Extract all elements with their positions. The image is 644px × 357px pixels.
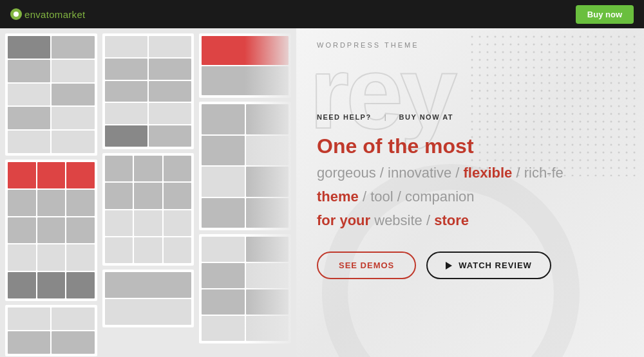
- main-content: rey WORDPRESS THEME NEED HELP? | BUY NOW…: [0, 28, 644, 357]
- play-icon: [446, 262, 452, 270]
- subline1-rest: / rich-fe: [516, 165, 563, 181]
- preview-card: [102, 153, 194, 266]
- logo[interactable]: envatomarket: [10, 8, 86, 20]
- see-demos-button[interactable]: SEE DEMOS: [317, 252, 416, 279]
- subline1-text: gorgeous / innovative /: [317, 165, 459, 181]
- envato-icon: [10, 8, 22, 20]
- preview-col-2: [102, 33, 194, 352]
- preview-card: [199, 234, 291, 343]
- subline3-red: for your: [317, 212, 370, 228]
- headline-main: One of the most: [317, 134, 629, 158]
- watch-review-button[interactable]: WATCH REVIEW: [426, 252, 551, 279]
- need-help-link[interactable]: NEED HELP?: [317, 113, 372, 121]
- preview-card: [5, 305, 97, 356]
- preview-card: [5, 33, 97, 156]
- buy-now-button[interactable]: Buy now: [576, 5, 634, 24]
- logo-envato: envato: [24, 9, 55, 20]
- subline3-highlight: store: [434, 212, 469, 228]
- headline-sub-3: for your website / store: [317, 210, 629, 231]
- content-area: WORDPRESS THEME NEED HELP? | BUY NOW AT …: [317, 41, 629, 279]
- watch-review-label: WATCH REVIEW: [459, 261, 532, 270]
- preview-card: [102, 270, 194, 327]
- buy-now-at-link[interactable]: BUY NOW AT: [399, 113, 453, 121]
- preview-col-3: [199, 33, 291, 352]
- headline-sub-2: theme / tool / companion: [317, 186, 629, 207]
- preview-card: [199, 102, 291, 230]
- top-nav-links: NEED HELP? | BUY NOW AT: [317, 113, 629, 121]
- subline3-rest: website /: [374, 212, 430, 228]
- preview-col-1: [5, 33, 97, 352]
- subline2-red: theme: [317, 188, 359, 205]
- subline2-rest: / tool / companion: [363, 188, 475, 205]
- preview-card: [102, 33, 194, 149]
- subline1-highlight: flexible: [464, 165, 513, 181]
- preview-area: [0, 28, 296, 357]
- right-panel: rey WORDPRESS THEME NEED HELP? | BUY NOW…: [296, 28, 644, 357]
- preview-card: [199, 33, 291, 98]
- preview-card: [5, 160, 97, 301]
- headline: One of the most gorgeous / innovative / …: [317, 134, 629, 231]
- navbar: envatomarket Buy now: [0, 0, 644, 28]
- nav-divider: |: [384, 113, 386, 121]
- headline-sub-1: gorgeous / innovative / flexible / rich-…: [317, 162, 629, 183]
- wp-theme-label: WORDPRESS THEME: [317, 41, 629, 49]
- logo-text: envatomarket: [24, 9, 86, 20]
- cta-buttons: SEE DEMOS WATCH REVIEW: [317, 252, 629, 279]
